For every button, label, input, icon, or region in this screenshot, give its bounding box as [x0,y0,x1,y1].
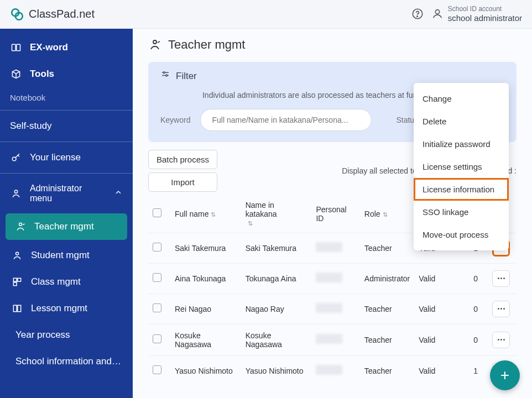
account-texts: School ID account school administrator [448,5,522,23]
svg-point-3 [417,16,418,17]
menu-change[interactable]: Change [414,87,509,110]
menu-license-information[interactable]: License information [414,178,509,201]
sidebar-item-tools[interactable]: Tools [0,61,133,87]
user-group-icon [10,188,22,199]
box-icon [10,69,22,80]
menu-delete[interactable]: Delete [414,110,509,133]
cell-role: Teacher [360,233,414,263]
sort-icon: ⇅ [383,211,388,218]
menu-sso-linkage[interactable]: SSO linkage [414,201,509,223]
cell-personal-id [311,294,359,324]
svg-point-7 [12,157,16,161]
account-area[interactable]: School ID account school administrator [431,5,522,23]
cell-status: Valid [414,294,452,324]
sidebar-item-label: Your license [30,152,81,163]
table-row: Kosuke NagasawaKosuke NagasawaTeacherVal… [148,324,517,355]
row-checkbox[interactable] [153,243,161,252]
cell-full-name: Yasuo Nishimoto [170,355,241,386]
cell-full-name: Rei Nagao [170,294,241,324]
app-name: ClassPad.net [29,8,95,20]
svg-point-14 [153,40,157,44]
svg-point-10 [16,252,19,255]
sidebar-divider [0,173,133,174]
sidebar-item-admin-menu[interactable]: Administrator menu [0,176,133,211]
sidebar-item-label: Lesson mgmt [31,303,87,314]
select-all-checkbox[interactable] [153,208,161,217]
sidebar-item-label: Year process [15,329,70,341]
sidebar: EX-word Tools Notebook Self-study Your l… [0,29,133,398]
row-more-button[interactable] [492,301,510,317]
cell-role: Teacher [360,294,414,324]
cell-personal-id [311,263,359,294]
import-button[interactable]: Import [148,172,217,192]
filter-icon [160,70,170,82]
teacher-icon [14,221,27,232]
row-checkbox[interactable] [153,303,161,312]
sidebar-item-label: Student mgmt [31,250,90,261]
search-input[interactable] [200,109,372,131]
account-role-label: school administrator [448,13,522,23]
cell-count: 0 [452,324,486,355]
svg-point-16 [163,72,165,74]
batch-process-button[interactable]: Batch process [148,150,217,169]
sidebar-item-license[interactable]: Your license [0,144,133,171]
cell-katakana: Tokunaga Aina [241,263,312,294]
cell-katakana: Yasuo Nishimoto [241,355,312,386]
add-teacher-fab[interactable]: + [490,360,520,390]
menu-moveout-process[interactable]: Move-out process [414,223,509,246]
col-role[interactable]: Role⇅ [360,195,414,233]
help-icon[interactable] [411,8,424,20]
sidebar-item-selfstudy[interactable]: Self-study [0,113,133,139]
sidebar-item-exword[interactable]: EX-word [0,34,133,61]
classpad-logo-icon [10,7,24,22]
menu-initialize-password[interactable]: Initialize password [414,133,509,155]
page-title: Teacher mgmt [148,38,517,52]
sidebar-item-class-mgmt[interactable]: Class mgmt [0,269,133,295]
menu-license-settings[interactable]: License settings [414,155,509,178]
filter-header[interactable]: Filter [160,70,504,82]
col-personal-id[interactable]: Personal ID [311,195,359,233]
sidebar-item-label: School information and a... [15,356,123,367]
sidebar-item-label: Teacher mgmt [34,221,94,232]
row-more-button[interactable] [492,270,510,287]
cell-personal-id [311,324,359,355]
cell-count: 0 [452,263,486,294]
sidebar-item-label: Tools [30,69,54,80]
row-checkbox[interactable] [153,273,161,282]
cell-katakana: Nagao Ray [241,294,312,324]
col-full-name[interactable]: Full name⇅ [170,195,241,233]
svg-rect-6 [17,44,20,51]
sidebar-item-label: Administrator menu [30,184,106,203]
row-checkbox[interactable] [153,365,161,374]
svg-rect-5 [12,44,16,51]
sidebar-item-lesson-mgmt[interactable]: Lesson mgmt [0,295,133,322]
plus-icon: + [500,366,509,384]
account-type-label: School ID account [448,5,522,13]
sidebar-item-label: Class mgmt [31,276,81,287]
cell-full-name: Saki Takemura [170,233,241,263]
cell-status: Valid [414,263,452,294]
row-more-button[interactable] [492,332,510,348]
row-checkbox[interactable] [153,334,161,343]
col-katakana[interactable]: Name in katakana⇅ [241,195,312,233]
cell-role: Teacher [360,324,414,355]
chevron-up-icon [114,188,123,199]
sidebar-item-teacher-mgmt[interactable]: Teacher mgmt [6,213,127,240]
sidebar-item-notebook[interactable]: Notebook [0,87,133,108]
sidebar-item-year-process[interactable]: Year process [0,322,133,348]
svg-rect-11 [13,278,17,281]
cell-katakana: Kosuke Nagasawa [241,324,312,355]
sidebar-item-school-info[interactable]: School information and a... [0,348,133,375]
top-bar: ClassPad.net School ID account school ad… [0,0,532,29]
dictionary-icon [10,42,22,53]
sidebar-divider [0,142,133,142]
keyword-label: Keyword [160,116,190,124]
table-row: Aina TokunagaTokunaga AinaAdministratorV… [148,263,517,294]
cell-katakana: Saki Takemura [241,233,312,263]
sidebar-item-student-mgmt[interactable]: Student mgmt [0,242,133,269]
cell-status: Valid [414,324,452,355]
cell-role: Administrator [360,263,414,294]
app-logo[interactable]: ClassPad.net [10,7,95,22]
filter-label: Filter [176,71,197,82]
svg-point-8 [14,190,17,193]
